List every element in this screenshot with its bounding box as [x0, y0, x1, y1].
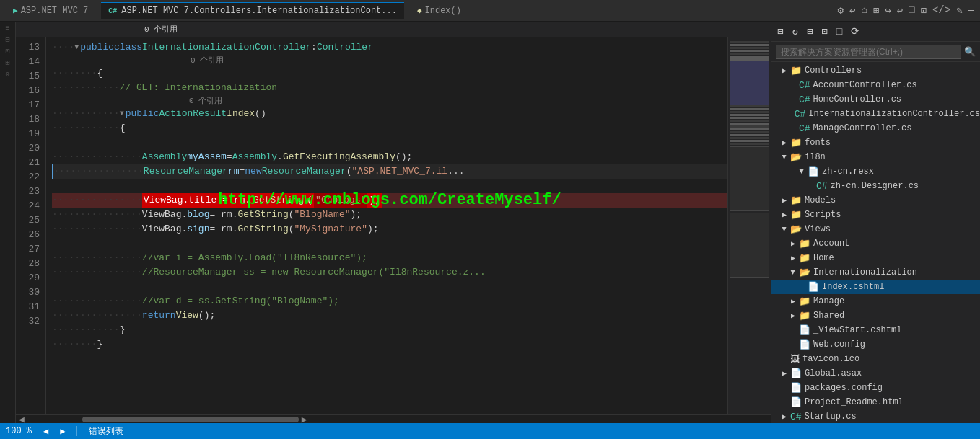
asax-icon-global: 📄	[790, 368, 802, 379]
tree-item-fonts[interactable]: ▶ 📁 fonts	[771, 136, 980, 150]
code-icon[interactable]: </>	[932, 4, 950, 17]
stop-icon[interactable]: □	[909, 4, 914, 17]
code-line-15: ············ // GET: Internationalizatio…	[52, 81, 727, 95]
tree-item-controllers[interactable]: ▶ 📁 Controllers	[771, 63, 980, 78]
horizontal-scrollbar[interactable]: ◀ ▶	[16, 414, 771, 423]
tree-label-home-folder: Home	[813, 253, 834, 263]
code-line-29: ················ //var d = ss.GetString(…	[52, 294, 727, 309]
tree-item-zh-resx[interactable]: ▶ 📄 zh-cn.resx	[771, 164, 980, 179]
back-icon[interactable]: ↩	[849, 4, 855, 17]
debug-icon[interactable]: ⊡	[921, 4, 927, 17]
sync-icon[interactable]: ⟳	[848, 24, 862, 39]
tree-item-favicon[interactable]: ▶ 🖼 favicon.ico	[771, 352, 980, 366]
tree-item-models[interactable]: ▶ 📁 Models	[771, 193, 980, 208]
tree-item-startup[interactable]: ▶ C# Startup.cs	[771, 409, 980, 423]
code-line-21	[52, 179, 727, 193]
settings-icon[interactable]: ⚙	[838, 4, 844, 17]
tree-label-readme: Project_Readme.html	[805, 397, 904, 407]
folder-icon-models: 📁	[790, 195, 802, 206]
tree-label-shared-folder: Shared	[813, 311, 844, 321]
arrow-zh-resx: ▶	[797, 167, 806, 176]
code-area[interactable]: 13 14 15 16 17 18 19 20 21 22 23 24 25 2…	[16, 37, 771, 414]
folder-icon-fonts: 📁	[790, 137, 802, 148]
code-line-14: ········ {	[52, 66, 727, 81]
arrow-scripts: ▶	[780, 210, 789, 219]
tree-item-account-controller[interactable]: ▶ C# AccountController.cs	[771, 78, 980, 92]
tree-item-shared-folder[interactable]: ▶ 📁 Shared	[771, 309, 980, 323]
tree-label-il8n: il8n	[805, 152, 826, 162]
cs-icon-designer: C#	[816, 181, 828, 192]
tree-item-home-controller[interactable]: ▶ C# HomeController.cs	[771, 92, 980, 107]
collapse-all-icon[interactable]: ⊟	[774, 24, 786, 39]
ico-icon-favicon: 🖼	[790, 354, 800, 365]
properties-icon[interactable]: ⊡	[818, 24, 830, 39]
search-button[interactable]: 🔍	[964, 46, 976, 58]
zoom-decrease[interactable]: ◀	[43, 426, 48, 437]
tab-project[interactable]: ▶ ASP.NET_MVC_7	[6, 3, 95, 19]
undo-icon[interactable]: ↩	[897, 4, 903, 17]
tree-item-manage-folder[interactable]: ▶ 📁 Manage	[771, 294, 980, 309]
tree-item-readme[interactable]: ▶ 📄 Project_Readme.html	[771, 395, 980, 409]
tree-item-packages[interactable]: ▶ 📄 packages.config	[771, 381, 980, 395]
tree-item-index-cshtml[interactable]: ▶ 📄 Index.cshtml	[771, 280, 980, 294]
zoom-increase[interactable]: ▶	[60, 426, 65, 437]
tree-item-webconfig-views[interactable]: ▶ 📄 Web.config	[771, 337, 980, 352]
preview-icon[interactable]: □	[834, 25, 845, 39]
tab-index[interactable]: ◆ Index()	[410, 3, 468, 19]
scroll-left-arrow[interactable]: ◀	[19, 414, 25, 424]
html-icon-readme: 📄	[790, 396, 802, 408]
cs-icon-home: C#	[799, 94, 810, 105]
code-line-18	[52, 136, 727, 150]
cs-icon-account: C#	[799, 80, 810, 91]
arrow-shared-folder: ▶	[789, 311, 797, 320]
code-line-26: ················ //var i = Assembly.Load…	[52, 251, 727, 265]
minimize-icon[interactable]: —	[968, 4, 974, 17]
tree-item-zh-designer[interactable]: ▶ C# zh-cn.Designer.cs	[771, 179, 980, 193]
forward-icon[interactable]: ↪	[885, 4, 891, 17]
collapse-16[interactable]: ▼	[120, 107, 124, 121]
code-line-17: ············ {	[52, 121, 727, 136]
gutter-icon-4: ⊞	[5, 58, 9, 67]
tree-label-views: Views	[805, 224, 831, 234]
grid-icon[interactable]: ⊞	[873, 4, 879, 17]
folder-icon-il8n: 📂	[790, 151, 802, 163]
scroll-thumb[interactable]	[82, 417, 299, 422]
tree-item-manage-controller[interactable]: ▶ C# ManageController.cs	[771, 121, 980, 136]
collapse-13[interactable]: ▼	[74, 40, 79, 55]
tree-label-home: HomeController.cs	[813, 94, 901, 105]
tree-item-account-folder[interactable]: ▶ 📁 Account	[771, 236, 980, 251]
code-line-27: ················ //ResourceManager ss = …	[52, 265, 727, 280]
edit-icon[interactable]: ✎	[956, 4, 962, 17]
zoom-level: 100 %	[6, 426, 32, 436]
code-line-ref2: 0 个引用	[52, 95, 727, 107]
tab-controller[interactable]: C# ASP.NET_MVC_7.Controllers.Internation…	[101, 2, 404, 19]
tab-project-label: ASP.NET_MVC_7	[21, 6, 89, 16]
tree-item-il8n[interactable]: ▶ 📂 il8n	[771, 150, 980, 164]
tree-item-viewstart[interactable]: ▶ 📄 _ViewStart.cshtml	[771, 323, 980, 337]
code-line-19: ················ Assembly myAssem = Asse…	[52, 150, 727, 164]
main-layout: ≡ ⊟ ⊡ ⊞ ⊗ 0 个引用 13 14 15 16 17 18 19 20 …	[0, 22, 980, 423]
tree-label-favicon: favicon.ico	[802, 354, 859, 364]
tab-index-label: Index()	[425, 6, 461, 16]
show-all-files-icon[interactable]: ⊞	[804, 24, 815, 39]
refresh-icon[interactable]: ↻	[789, 24, 800, 39]
tree-item-views[interactable]: ▶ 📂 Views	[771, 222, 980, 236]
folder-icon-scripts: 📁	[790, 209, 802, 221]
tree-label-index-cshtml: Index.cshtml	[822, 282, 884, 292]
tab-controller-label: ASP.NET_MVC_7.Controllers.Internationali…	[121, 6, 397, 16]
title-toolbar: ⚙ ↩ ⌂ ⊞ ↪ ↩ □ ⊡ </> ✎ —	[838, 4, 975, 17]
tree-item-home-folder[interactable]: ▶ 📁 Home	[771, 251, 980, 265]
tree-item-int-folder[interactable]: ▶ 📂 Internationalization	[771, 265, 980, 280]
tree-item-int-controller[interactable]: ▶ C# InternationalizationController.cs	[771, 107, 980, 121]
error-list-label[interactable]: 错误列表	[89, 425, 123, 438]
code-content[interactable]: ···· ▼ public class Internationalization…	[46, 37, 727, 414]
search-bar: 🔍	[771, 42, 980, 62]
solution-search-input[interactable]	[776, 45, 961, 59]
solution-explorer-toolbar: ⊟ ↻ ⊞ ⊡ □ ⟳	[771, 22, 980, 42]
gutter-icon-2: ⊟	[5, 35, 9, 44]
tree-item-scripts[interactable]: ▶ 📁 Scripts	[771, 208, 980, 222]
home-icon[interactable]: ⌂	[861, 4, 867, 17]
tree-item-global[interactable]: ▶ 📄 Global.asax	[771, 366, 980, 381]
tree-label-fonts: fonts	[805, 138, 831, 148]
scroll-right-arrow[interactable]: ▶	[302, 414, 307, 424]
